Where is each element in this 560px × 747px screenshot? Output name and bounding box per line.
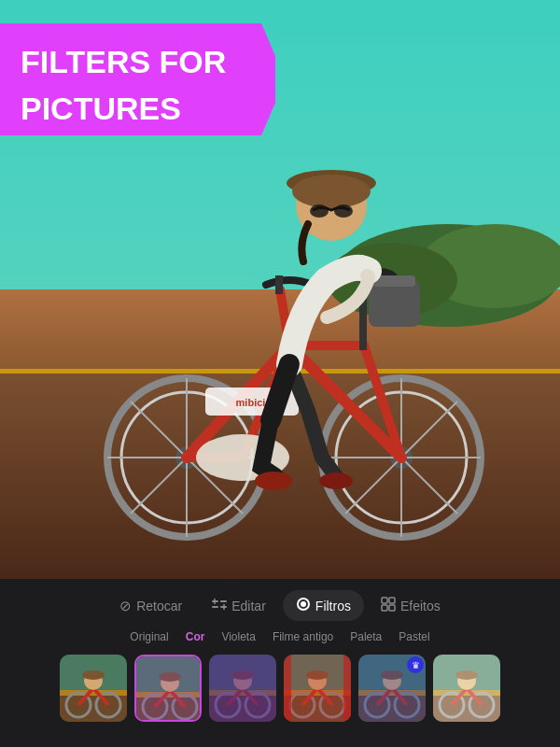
filter-label-cor[interactable]: Cor bbox=[186, 630, 205, 643]
filter-thumb-violeta[interactable] bbox=[209, 655, 276, 722]
svg-text:FILTERS FOR: FILTERS FOR bbox=[21, 44, 226, 79]
bike-scene-svg: mibici. bbox=[0, 0, 560, 579]
thumb-filme-svg bbox=[284, 655, 351, 722]
tab-retocar[interactable]: ⊘ Retocar bbox=[106, 591, 195, 621]
tab-efeitos-label: Efeitos bbox=[400, 599, 441, 613]
filter-thumb-filme[interactable] bbox=[284, 655, 351, 722]
svg-rect-41 bbox=[382, 598, 387, 603]
svg-rect-76 bbox=[284, 655, 291, 722]
tool-tabs-row: ⊘ Retocar Editar Filtros bbox=[0, 579, 560, 627]
filter-label-original[interactable]: Original bbox=[130, 630, 168, 643]
filter-label-pastel[interactable]: Pastel bbox=[399, 630, 429, 643]
svg-point-29 bbox=[255, 472, 292, 490]
svg-rect-25 bbox=[275, 275, 283, 294]
filter-label-paleta[interactable]: Paleta bbox=[350, 630, 382, 643]
tab-retocar-label: Retocar bbox=[136, 599, 182, 613]
efeitos-icon bbox=[381, 597, 396, 614]
thumb-cor-svg bbox=[136, 656, 200, 720]
tab-editar[interactable]: Editar bbox=[199, 591, 279, 620]
tab-filtros[interactable]: Filtros bbox=[283, 590, 364, 621]
svg-point-40 bbox=[301, 601, 306, 607]
filtros-icon bbox=[296, 597, 311, 614]
svg-text:♛: ♛ bbox=[412, 660, 420, 670]
thumb-pastel-svg bbox=[433, 655, 500, 722]
tab-efeitos[interactable]: Efeitos bbox=[368, 590, 454, 621]
svg-rect-43 bbox=[382, 605, 387, 611]
svg-point-30 bbox=[319, 472, 353, 489]
filter-label-violeta[interactable]: Violeta bbox=[221, 630, 255, 643]
thumb-violeta-svg bbox=[209, 655, 276, 722]
svg-point-51 bbox=[82, 670, 105, 680]
svg-point-33 bbox=[292, 175, 371, 208]
thumb-paleta-svg: ♛ bbox=[358, 655, 426, 722]
svg-rect-67 bbox=[209, 655, 276, 722]
filter-thumb-pastel[interactable] bbox=[433, 655, 500, 722]
filter-labels-row: Original Cor Violeta Filme antigo Paleta… bbox=[0, 627, 560, 651]
tab-editar-label: Editar bbox=[231, 599, 266, 613]
svg-rect-77 bbox=[343, 655, 351, 722]
bottom-toolbar: ⊘ Retocar Editar Filtros bbox=[0, 579, 560, 747]
filter-label-filme-antigo[interactable]: Filme antigo bbox=[273, 630, 333, 643]
svg-rect-75 bbox=[284, 655, 351, 722]
svg-rect-27 bbox=[369, 280, 420, 327]
thumb-original-svg bbox=[60, 655, 127, 722]
retocar-icon: ⊘ bbox=[119, 598, 132, 614]
svg-text:PICTURES: PICTURES bbox=[21, 91, 181, 126]
filter-thumb-cor[interactable] bbox=[134, 655, 202, 722]
filter-thumb-paleta[interactable]: ♛ bbox=[358, 655, 426, 722]
svg-rect-42 bbox=[389, 598, 395, 603]
svg-rect-59 bbox=[136, 656, 200, 720]
tab-filtros-label: Filtros bbox=[315, 599, 351, 613]
filter-thumbnails-row: ♛ bbox=[0, 651, 560, 731]
photo-area: mibici. bbox=[0, 0, 560, 579]
svg-point-34 bbox=[310, 204, 329, 218]
svg-rect-44 bbox=[389, 605, 395, 611]
filter-thumb-original[interactable] bbox=[60, 655, 127, 722]
svg-rect-95 bbox=[433, 655, 500, 722]
svg-point-35 bbox=[334, 204, 353, 218]
svg-text:mibici.: mibici. bbox=[236, 397, 269, 408]
editar-icon bbox=[212, 598, 227, 613]
